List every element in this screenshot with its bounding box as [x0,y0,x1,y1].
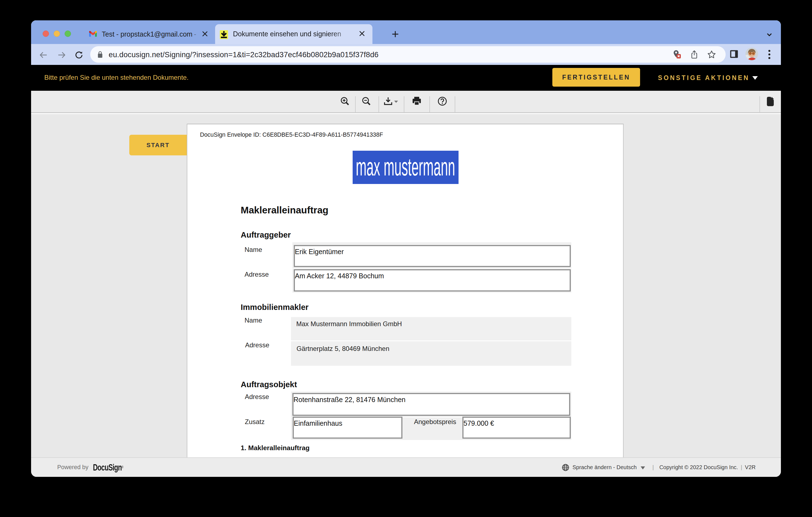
svg-text:max mustermann: max mustermann [356,153,455,181]
